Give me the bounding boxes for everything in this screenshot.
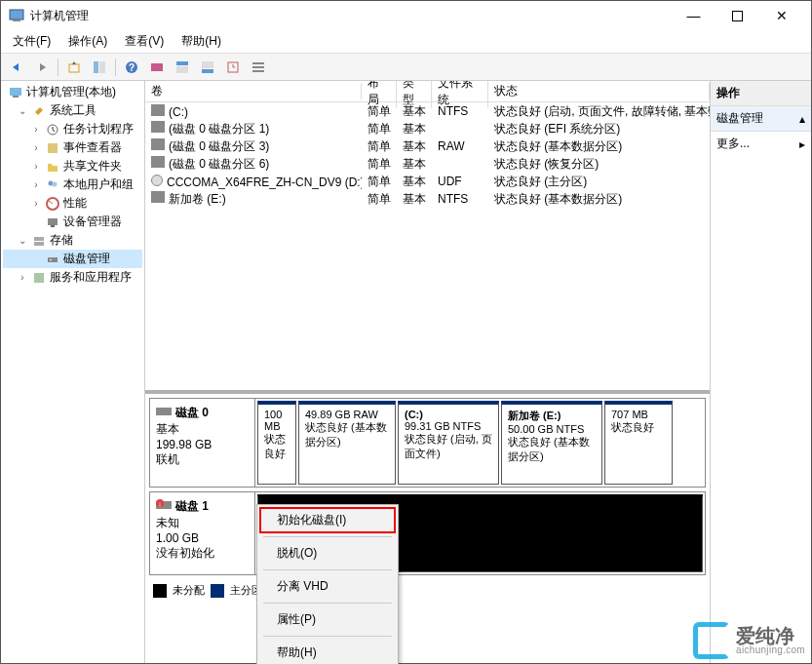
app-icon: [9, 8, 24, 23]
list-button[interactable]: [247, 57, 270, 78]
settings-button[interactable]: [145, 57, 169, 78]
tree-label: 存储: [50, 232, 73, 249]
tree-device-manager[interactable]: › 设备管理器: [3, 213, 142, 231]
partition-title: (C:): [405, 409, 492, 420]
expand-icon[interactable]: ›: [30, 198, 42, 209]
volume-row[interactable]: (磁盘 0 磁盘分区 3)简单基本RAW状态良好 (基本数据分区): [145, 137, 710, 155]
actions-disk-mgmt[interactable]: 磁盘管理 ▴: [711, 106, 811, 132]
volume-status: 状态良好 (主分区): [488, 174, 710, 190]
svg-rect-17: [10, 88, 21, 96]
ctx-help[interactable]: 帮助(H): [259, 640, 396, 664]
header-status[interactable]: 状态: [488, 83, 710, 99]
tree-local-users[interactable]: › 本地用户和组: [3, 176, 142, 194]
event-icon: [45, 140, 60, 156]
menu-file[interactable]: 文件(F): [7, 31, 57, 52]
ctx-properties[interactable]: 属性(P): [259, 606, 396, 633]
svg-rect-11: [202, 61, 213, 68]
legend-unallocated-swatch: [153, 584, 167, 598]
partition[interactable]: 49.89 GB RAW状态良好 (基本数据分区): [298, 401, 396, 485]
volume-layout: 简单: [362, 121, 397, 137]
tree-label: 任务计划程序: [63, 121, 134, 137]
disk-0-label: 磁盘 0: [175, 405, 209, 421]
volume-row[interactable]: (磁盘 0 磁盘分区 6)简单基本状态良好 (恢复分区): [145, 155, 710, 173]
partition[interactable]: (C:)99.31 GB NTFS状态良好 (启动, 页面文件): [398, 401, 499, 485]
volume-row[interactable]: 新加卷 (E:)简单基本NTFS状态良好 (基本数据分区): [145, 190, 710, 208]
expand-icon[interactable]: ›: [30, 142, 42, 153]
tree-disk-management[interactable]: › 磁盘管理: [3, 250, 142, 268]
actions-more[interactable]: 更多... ▸: [711, 132, 811, 156]
disk-icon: [45, 252, 60, 267]
hdd-icon: [151, 156, 165, 168]
tree-shared-folders[interactable]: › 共享文件夹: [3, 157, 142, 176]
tree-system-tools[interactable]: ⌄ 系统工具: [3, 101, 142, 120]
users-icon: [45, 177, 60, 193]
minimize-button[interactable]: —: [672, 2, 715, 29]
svg-rect-14: [252, 62, 264, 64]
tree-services-apps[interactable]: › 服务和应用程序: [3, 268, 142, 287]
menu-action[interactable]: 操作(A): [62, 31, 113, 52]
partition-size: 50.00 GB NTFS: [508, 423, 596, 435]
svg-rect-26: [34, 237, 44, 241]
partition[interactable]: 新加卷 (E:)50.00 GB NTFS状态良好 (基本数据分区): [501, 401, 602, 485]
volume-row[interactable]: (磁盘 0 磁盘分区 1)简单基本状态良好 (EFI 系统分区): [145, 120, 710, 137]
partition-size: 707 MB: [611, 409, 666, 420]
performance-icon: [45, 196, 60, 212]
disk-1-size: 1.00 GB: [156, 531, 249, 545]
hdd-icon: [151, 104, 165, 116]
show-hide-tree-button[interactable]: [88, 57, 111, 78]
expand-icon[interactable]: ›: [17, 272, 28, 283]
expand-icon[interactable]: ›: [30, 161, 42, 172]
svg-point-29: [50, 258, 52, 260]
maximize-button[interactable]: [715, 2, 759, 29]
close-button[interactable]: ✕: [759, 2, 803, 29]
volume-fs: UDF: [432, 175, 488, 188]
partition-size: 99.31 GB NTFS: [405, 420, 492, 432]
volume-list[interactable]: 卷 布局 类型 文件系统 状态 (C:)简单基本NTFS状态良好 (启动, 页面…: [145, 81, 710, 390]
expand-icon[interactable]: ›: [30, 124, 42, 135]
volume-list-header: 卷 布局 类型 文件系统 状态: [145, 81, 710, 102]
expand-icon[interactable]: ›: [30, 179, 42, 190]
tree-task-scheduler[interactable]: › 任务计划程序: [3, 120, 142, 138]
volume-layout: 简单: [362, 103, 397, 120]
folder-icon: [45, 159, 60, 175]
tree-performance[interactable]: › 性能: [3, 194, 142, 213]
actions-pane: 操作 磁盘管理 ▴ 更多... ▸: [711, 81, 811, 663]
refresh-button[interactable]: [221, 57, 245, 78]
help-button[interactable]: ?: [120, 57, 143, 78]
view-top-button[interactable]: [171, 57, 194, 78]
view-bottom-button[interactable]: [196, 57, 219, 78]
volume-row[interactable]: CCCOMA_X64FRE_ZH-CN_DV9 (D:)简单基本UDF状态良好 …: [145, 173, 710, 190]
partition[interactable]: 100 MB状态良好: [257, 401, 296, 485]
partition[interactable]: 707 MB状态良好: [604, 401, 673, 485]
forward-button[interactable]: [30, 57, 54, 78]
partition-status: 状态良好 (启动, 页面文件): [405, 432, 492, 461]
menu-help[interactable]: 帮助(H): [175, 31, 227, 52]
tree-event-viewer[interactable]: › 事件查看器: [3, 138, 142, 157]
disk-1-row[interactable]: ↓ 磁盘 1 未知 1.00 GB 没有初始化: [149, 491, 706, 575]
tree-root[interactable]: 计算机管理(本地): [3, 83, 142, 101]
navigation-tree[interactable]: 计算机管理(本地) ⌄ 系统工具 › 任务计划程序 › 事件查看器 › 共享文件…: [1, 81, 145, 663]
tree-label: 本地用户和组: [63, 176, 134, 193]
svg-rect-30: [34, 273, 44, 283]
tree-storage[interactable]: ⌄ 存储: [3, 231, 142, 250]
device-icon: [45, 215, 60, 230]
partition-status: 状态良好 (基本数据分区): [508, 435, 596, 464]
disk-1-info: ↓ 磁盘 1 未知 1.00 GB 没有初始化: [150, 492, 255, 574]
ctx-initialize-disk[interactable]: 初始化磁盘(I): [259, 507, 396, 533]
volume-type: 基本: [397, 103, 432, 120]
disk-0-type: 基本: [156, 421, 249, 438]
up-button[interactable]: [62, 57, 86, 78]
svg-rect-24: [48, 218, 58, 225]
disk-0-row[interactable]: 磁盘 0 基本 199.98 GB 联机 100 MB状态良好49.89 GB …: [149, 398, 706, 488]
ctx-detach-vhd[interactable]: 分离 VHD: [259, 573, 396, 600]
ctx-offline[interactable]: 脱机(O): [259, 540, 396, 566]
menu-view[interactable]: 查看(V): [119, 31, 170, 52]
header-volume[interactable]: 卷: [145, 83, 362, 99]
collapse-icon[interactable]: ⌄: [17, 235, 28, 246]
svg-rect-4: [94, 61, 98, 73]
back-button[interactable]: [5, 57, 28, 78]
tree-label: 设备管理器: [63, 214, 122, 230]
collapse-icon[interactable]: ⌄: [17, 105, 28, 116]
volume-row[interactable]: (C:)简单基本NTFS状态良好 (启动, 页面文件, 故障转储, 基本数据分区…: [145, 102, 710, 120]
svg-rect-3: [69, 64, 79, 72]
